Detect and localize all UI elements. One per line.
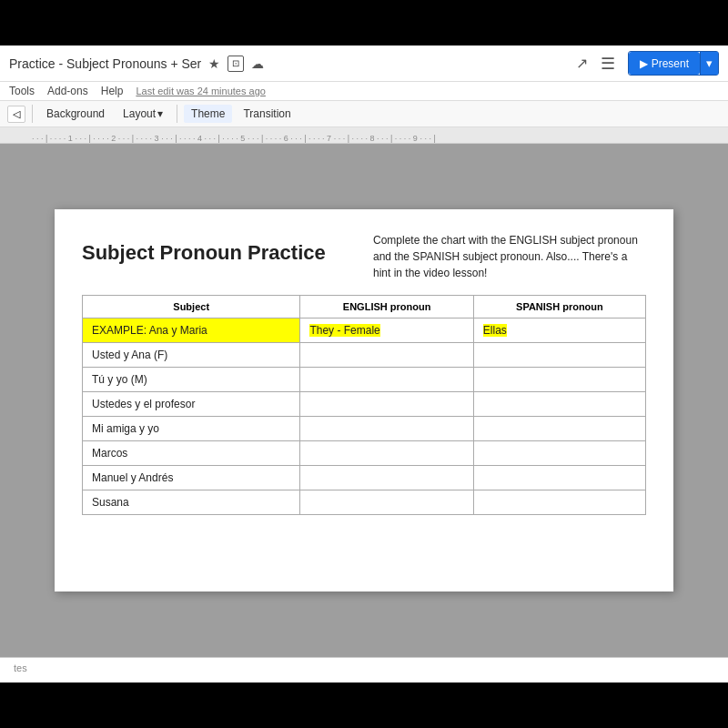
background-button[interactable]: Background xyxy=(39,105,112,123)
english-cell xyxy=(300,441,473,466)
table-row[interactable]: Tú y yo (M) xyxy=(83,368,646,392)
toolbar-divider-1 xyxy=(32,105,33,123)
menu-tools[interactable]: Tools xyxy=(9,85,35,97)
present-label: Present xyxy=(652,57,689,70)
save-icon[interactable]: ⊡ xyxy=(228,56,244,72)
subject-cell: EXAMPLE: Ana y Maria xyxy=(83,318,300,343)
title-bar: Practice - Subject Pronouns + Ser ★ ⊡ ☁ … xyxy=(0,46,728,82)
table-row[interactable]: EXAMPLE: Ana y MariaThey - FemaleEllas xyxy=(83,318,646,343)
comment-icon[interactable]: ☰ xyxy=(601,54,615,74)
spanish-cell xyxy=(473,490,645,515)
slide-top: Subject Pronoun Practice Complete the ch… xyxy=(82,232,646,281)
table-header-subject: Subject xyxy=(83,296,300,318)
spanish-cell xyxy=(473,466,645,490)
spanish-cell: Ellas xyxy=(473,318,645,343)
toolbar: ◁ Background Layout ▾ Theme Transition xyxy=(0,101,728,127)
english-cell xyxy=(300,490,473,515)
subject-cell: Usted y Ana (F) xyxy=(83,343,300,368)
star-icon[interactable]: ★ xyxy=(208,56,220,71)
subject-cell: Marcos xyxy=(83,441,300,466)
english-cell xyxy=(300,417,473,441)
spanish-cell xyxy=(473,441,645,466)
menu-bar: Tools Add-ons Help Last edit was 24 minu… xyxy=(0,82,728,101)
notes-label: tes xyxy=(14,662,27,673)
menu-addons[interactable]: Add-ons xyxy=(47,85,88,97)
notes-bar: tes xyxy=(0,657,728,682)
slide-title: Subject Pronoun Practice xyxy=(82,232,355,265)
layout-dropdown-icon: ▾ xyxy=(157,107,163,120)
spanish-cell xyxy=(473,392,645,417)
subject-cell: Mi amiga y yo xyxy=(83,417,300,441)
table-header-spanish: SPANISH pronoun xyxy=(473,296,645,318)
last-edit-text: Last edit was 24 minutes ago xyxy=(136,86,265,96)
back-icon-button[interactable]: ◁ xyxy=(7,106,25,123)
table-row[interactable]: Susana xyxy=(83,490,646,515)
table-header-english: ENGLISH pronoun xyxy=(300,296,473,318)
canvas-area: Subject Pronoun Practice Complete the ch… xyxy=(0,144,728,657)
table-row[interactable]: Mi amiga y yo xyxy=(83,417,646,441)
layout-label: Layout xyxy=(123,107,156,120)
present-play-icon: ▶ xyxy=(640,57,648,70)
table-row[interactable]: Marcos xyxy=(83,441,646,466)
trend-icon[interactable]: ↗ xyxy=(576,55,588,72)
slide-instructions: Complete the chart with the ENGLISH subj… xyxy=(373,232,646,281)
english-cell: They - Female xyxy=(300,318,473,343)
layout-button[interactable]: Layout ▾ xyxy=(116,105,170,123)
subject-cell: Tú y yo (M) xyxy=(83,368,300,392)
menu-help[interactable]: Help xyxy=(101,85,124,97)
cloud-icon: ☁ xyxy=(251,56,264,71)
subject-cell: Ustedes y el profesor xyxy=(83,392,300,417)
transition-button[interactable]: Transition xyxy=(236,105,298,123)
english-cell xyxy=(300,392,473,417)
ruler-marks: · · · | · · · · 1 · · · | · · · · 2 · · … xyxy=(27,134,701,143)
toolbar-divider-2 xyxy=(177,105,177,123)
english-cell xyxy=(300,466,473,490)
english-cell xyxy=(300,368,473,392)
spanish-cell xyxy=(473,368,645,392)
table-row[interactable]: Manuel y Andrés xyxy=(83,466,646,490)
english-cell xyxy=(300,343,473,368)
table-row[interactable]: Usted y Ana (F) xyxy=(83,343,646,368)
ruler: · · · | · · · · 1 · · · | · · · · 2 · · … xyxy=(0,127,728,144)
document-title: Practice - Subject Pronouns + Ser xyxy=(9,56,201,71)
table-row[interactable]: Ustedes y el profesor xyxy=(83,392,646,417)
slide[interactable]: Subject Pronoun Practice Complete the ch… xyxy=(55,209,673,592)
present-dropdown-button[interactable]: ▾ xyxy=(700,52,718,75)
theme-button[interactable]: Theme xyxy=(184,105,232,123)
subject-cell: Manuel y Andrés xyxy=(83,466,300,490)
present-button[interactable]: ▶ Present xyxy=(629,52,700,75)
spanish-cell xyxy=(473,417,645,441)
subject-cell: Susana xyxy=(83,490,300,515)
spanish-cell xyxy=(473,343,645,368)
practice-table: Subject ENGLISH pronoun SPANISH pronoun … xyxy=(82,295,646,515)
